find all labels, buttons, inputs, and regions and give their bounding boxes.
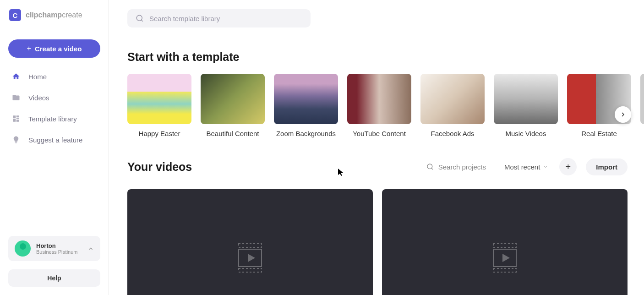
videos-grid [127, 189, 644, 295]
chevron-up-icon [87, 246, 94, 252]
template-card-real-estate[interactable]: Real Estate [567, 74, 631, 137]
template-thumb [640, 74, 644, 124]
sidebar-item-label: Home [28, 73, 47, 81]
video-card[interactable] [382, 189, 628, 295]
projects-search[interactable]: Search projects [426, 163, 486, 171]
sort-label: Most recent [504, 163, 540, 171]
user-name: Horton [36, 242, 82, 249]
film-icon [491, 242, 518, 274]
sidebar-item-suggest[interactable]: Suggest a feature [0, 129, 109, 150]
avatar [15, 240, 31, 257]
import-button[interactable]: Import [586, 158, 628, 175]
template-thumb [494, 74, 558, 124]
user-plan: Business Platinum [36, 249, 82, 255]
sidebar-item-label: Template library [28, 115, 77, 123]
svg-point-0 [136, 15, 142, 21]
svg-line-3 [431, 168, 433, 169]
template-thumb [420, 74, 485, 124]
template-label: Music Videos [506, 130, 546, 137]
chevron-right-icon [619, 111, 627, 118]
sidebar-item-home[interactable]: Home [0, 66, 109, 87]
carousel-next-button[interactable] [615, 106, 631, 123]
template-label: Beautiful Content [206, 130, 259, 137]
main-content: Start with a template Happy Easter Beaut… [109, 0, 644, 295]
template-label: Happy Easter [139, 130, 180, 137]
template-icon [12, 115, 20, 123]
svg-marker-11 [502, 254, 510, 262]
sidebar-item-label: Videos [28, 94, 49, 102]
template-thumb [127, 74, 191, 124]
projects-search-label: Search projects [438, 163, 486, 171]
sidebar-item-templates[interactable]: Template library [0, 108, 109, 129]
search-input[interactable] [149, 15, 302, 22]
create-video-button[interactable]: + Create a video [8, 39, 100, 58]
search-icon [426, 163, 434, 170]
template-thumb [201, 74, 265, 124]
search-icon [136, 14, 144, 22]
template-label: YouTube Content [353, 130, 406, 137]
user-info: Horton Business Platinum [36, 242, 82, 255]
sidebar-item-videos[interactable]: Videos [0, 87, 109, 108]
template-card-more[interactable] [640, 74, 644, 137]
videos-header: Your videos Search projects Most recent … [127, 158, 644, 175]
plus-icon: + [565, 162, 571, 172]
svg-rect-4 [239, 244, 262, 247]
home-icon [12, 72, 20, 81]
template-label: Zoom Backgrounds [276, 130, 336, 137]
sidebar-nav: Home Videos Template library Suggest a f… [0, 66, 109, 150]
templates-title: Start with a template [127, 50, 644, 64]
template-thumb [347, 74, 411, 124]
chevron-down-icon [543, 164, 548, 169]
logo[interactable]: C clipchampcreate [0, 9, 109, 21]
sort-dropdown[interactable]: Most recent [504, 163, 548, 171]
svg-point-2 [427, 164, 432, 169]
user-menu[interactable]: Horton Business Platinum [8, 236, 100, 261]
help-button[interactable]: Help [8, 269, 100, 287]
template-label: Facebook Ads [431, 130, 474, 137]
film-icon [237, 242, 263, 274]
template-card-facebook-ads[interactable]: Facebook Ads [420, 74, 485, 137]
template-card-beautiful-content[interactable]: Beautiful Content [201, 74, 265, 137]
logo-text: clipchampcreate [26, 11, 82, 19]
logo-mark: C [9, 9, 21, 21]
template-card-youtube-content[interactable]: YouTube Content [347, 74, 411, 137]
template-thumb [274, 74, 338, 124]
add-video-button[interactable]: + [559, 158, 577, 175]
template-label: Real Estate [581, 130, 617, 137]
lightbulb-icon [12, 136, 20, 144]
sidebar-item-label: Suggest a feature [28, 136, 82, 144]
svg-rect-9 [493, 268, 516, 272]
template-card-music-videos[interactable]: Music Videos [494, 74, 558, 137]
svg-rect-8 [493, 244, 516, 247]
svg-marker-7 [248, 254, 255, 262]
svg-rect-5 [239, 268, 262, 272]
templates-carousel: Happy Easter Beautiful Content Zoom Back… [127, 74, 644, 137]
template-card-zoom-backgrounds[interactable]: Zoom Backgrounds [274, 74, 338, 137]
folder-icon [12, 93, 20, 102]
search-box[interactable] [127, 9, 311, 27]
videos-title: Your videos [127, 160, 192, 174]
svg-line-1 [141, 20, 142, 21]
plus-icon: + [27, 44, 31, 53]
template-card-happy-easter[interactable]: Happy Easter [127, 74, 191, 137]
sidebar: C clipchampcreate + Create a video Home … [0, 0, 109, 295]
video-card[interactable] [127, 189, 373, 295]
